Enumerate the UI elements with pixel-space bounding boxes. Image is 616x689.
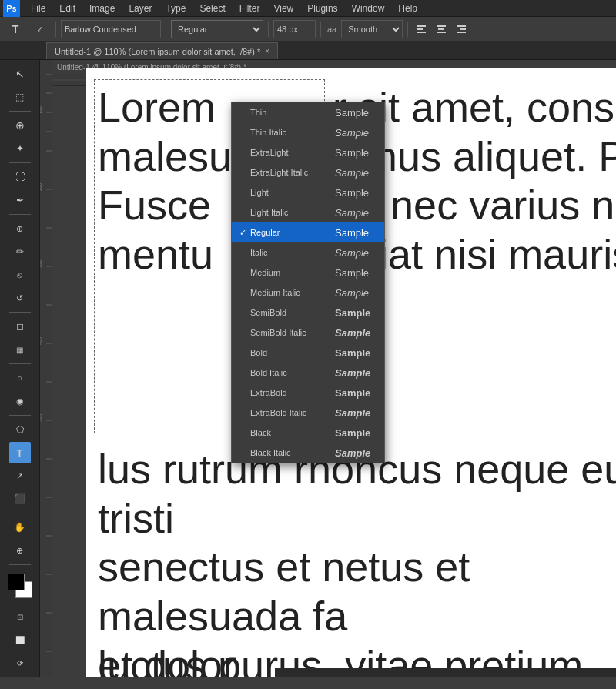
font-menu-name: Black Italic (250, 448, 335, 457)
font-menu-name: SemiBold (250, 308, 335, 317)
type-tool-icon[interactable]: T (5, 19, 26, 39)
toolbar-separator-3 (268, 22, 269, 37)
font-menu-sample: Sample (335, 287, 369, 299)
menu-plugins[interactable]: Plugins (301, 2, 343, 15)
menu-filter[interactable]: Filter (233, 2, 266, 15)
pen-tool[interactable]: ⬠ (9, 419, 31, 440)
font-menu-item-light[interactable]: ✓LightSample (232, 182, 384, 202)
font-menu-item-thin-italic[interactable]: ✓Thin ItalicSample (232, 122, 384, 142)
font-menu-item-bold-italic[interactable]: ✓Bold ItalicSample (232, 363, 384, 383)
shape-tool[interactable]: ⬛ (9, 488, 31, 510)
clone-tool[interactable]: ⎋ (9, 264, 31, 286)
font-menu-name: Light Italic (250, 208, 335, 217)
toolbar-separator-1 (55, 22, 56, 37)
document-tab[interactable]: Untitled-1 @ 110% (Lorem ipsum dolor sit… (46, 42, 278, 59)
align-left-button[interactable] (413, 21, 430, 38)
color-swatches[interactable] (8, 574, 32, 598)
font-menu-name: Bold Italic (250, 368, 335, 377)
resize-handle-icon: ⤢ (37, 25, 43, 33)
marquee-tool[interactable]: ⬚ (9, 86, 31, 108)
resize-icon[interactable]: ⤢ (29, 19, 51, 39)
font-menu-sample: Sample (335, 107, 369, 119)
font-style-dropdown[interactable]: Regular (171, 20, 263, 38)
hand-tool[interactable]: ✋ (9, 517, 31, 538)
svg-text:300: 300 (40, 259, 42, 268)
font-menu-name: ExtraLight (250, 148, 335, 157)
font-menu-item-extralight-italic[interactable]: ✓ExtraLight ItalicSample (232, 162, 384, 182)
screen-mode-tool[interactable]: ⬜ (9, 629, 31, 651)
align-right-button[interactable] (453, 21, 470, 38)
dodge-tool[interactable]: ◉ (9, 390, 31, 412)
font-menu-item-medium-italic[interactable]: ✓Medium ItalicSample (232, 283, 384, 303)
font-menu-sample: Sample (335, 247, 369, 259)
font-menu-item-thin[interactable]: ✓ThinSample (232, 102, 384, 122)
font-menu-item-extrabold[interactable]: ✓ExtraBoldSample (232, 383, 384, 403)
svg-text:100: 100 (40, 105, 42, 114)
font-menu-item-black[interactable]: ✓BlackSample (232, 423, 384, 443)
zoom-tool[interactable]: ⊕ (9, 540, 31, 561)
font-menu-item-semibold[interactable]: ✓SemiBoldSample (232, 303, 384, 323)
menu-type[interactable]: Type (159, 2, 192, 15)
eraser-tool[interactable]: ◻ (9, 316, 31, 337)
font-menu-item-bold[interactable]: ✓BoldSample (232, 343, 384, 363)
menu-edit[interactable]: Edit (53, 2, 82, 15)
font-menu-sample: Sample (335, 207, 369, 219)
rotate-view-tool[interactable]: ⟳ (9, 652, 31, 674)
menu-help[interactable]: Help (392, 2, 424, 15)
svg-rect-2 (417, 32, 426, 33)
svg-rect-3 (437, 25, 446, 27)
menu-file[interactable]: File (25, 2, 52, 15)
font-menu-sample: Sample (335, 327, 370, 339)
font-size-input[interactable] (273, 20, 316, 38)
font-menu-sample: Sample (335, 167, 369, 179)
font-menu-name: ExtraBold Italic (250, 408, 335, 417)
brush-tool[interactable]: ✏ (9, 241, 31, 263)
tab-bar: Untitled-1 @ 110% (Lorem ipsum dolor sit… (0, 42, 616, 60)
blur-tool[interactable]: ○ (9, 367, 31, 389)
path-selection-tool[interactable]: ↗ (9, 465, 31, 487)
font-menu-item-light-italic[interactable]: ✓Light ItalicSample (232, 202, 384, 222)
healing-tool[interactable]: ⊕ (9, 218, 31, 239)
svg-rect-0 (417, 25, 426, 27)
font-menu-sample: Sample (335, 127, 369, 139)
font-menu-item-extralight[interactable]: ✓ExtraLightSample (232, 142, 384, 162)
eyedropper-tool[interactable]: ✒ (9, 189, 31, 211)
move-tool[interactable]: ↖ (9, 63, 31, 85)
font-menu-name: ExtraBold (250, 388, 335, 397)
tab-close-button[interactable]: × (265, 47, 270, 55)
font-menu-item-black-italic[interactable]: ✓Black ItalicSample (232, 443, 384, 463)
svg-rect-7 (460, 28, 466, 30)
menu-window[interactable]: Window (346, 2, 391, 15)
quick-mask-tool[interactable]: ⊡ (9, 606, 31, 627)
gradient-tool[interactable]: ▦ (9, 339, 31, 360)
lasso-tool[interactable]: ⊕ (9, 115, 31, 136)
smooth-select[interactable]: Smooth (341, 20, 403, 38)
menu-select[interactable]: Select (193, 2, 231, 15)
font-menu-name: Regular (250, 228, 335, 237)
font-family-input[interactable] (61, 20, 161, 38)
menu-layer[interactable]: Layer (122, 2, 158, 15)
font-menu-item-medium[interactable]: ✓MediumSample (232, 263, 384, 283)
menu-image[interactable]: Image (83, 2, 121, 15)
font-style-menu: ✓ThinSample✓Thin ItalicSample✓ExtraLight… (231, 102, 385, 463)
font-menu-name: SemiBold Italic (250, 328, 335, 337)
font-menu-item-italic[interactable]: ✓ItalicSample (232, 242, 384, 263)
font-menu-name: Medium (250, 268, 335, 277)
font-menu-item-regular[interactable]: ✓RegularSample (232, 222, 384, 242)
history-brush[interactable]: ↺ (9, 287, 31, 309)
font-menu-sample: Sample (335, 267, 369, 279)
antialiasing-label: aa (327, 25, 336, 34)
type-tool-active[interactable]: T (9, 442, 31, 463)
menu-view[interactable]: View (267, 2, 300, 15)
watermark-overlay: PHOTOSHOP2025 (275, 668, 616, 677)
toolbar-separator-5 (407, 22, 408, 37)
foreground-color-swatch[interactable] (8, 574, 25, 590)
tool-separator-8 (9, 564, 31, 565)
crop-tool[interactable]: ⛶ (9, 166, 31, 188)
font-menu-item-extrabold-italic[interactable]: ✓ExtraBold ItalicSample (232, 403, 384, 423)
font-menu-sample: Sample (335, 427, 370, 439)
align-center-button[interactable] (433, 21, 450, 38)
magic-wand-tool[interactable]: ✦ (9, 138, 31, 159)
font-menu-item-semibold-italic[interactable]: ✓SemiBold ItalicSample (232, 323, 384, 343)
font-menu-name: Light (250, 188, 335, 197)
